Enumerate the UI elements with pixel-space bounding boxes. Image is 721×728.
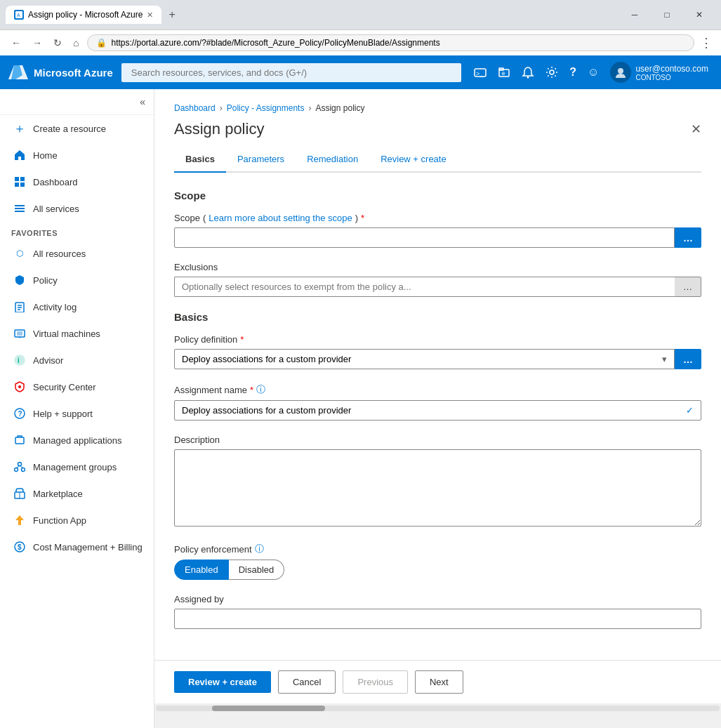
next-button[interactable]: Next [415,670,463,694]
breadcrumb-policy-assignments[interactable]: Policy - Assignments [227,103,305,113]
policy-enforcement-info-icon[interactable]: ⓘ [255,543,264,555]
sidebar-item-home[interactable]: Home [0,142,154,168]
sidebar-item-label: Dashboard [33,177,78,187]
assignment-name-value: Deploy associations for a custom provide… [182,405,351,416]
sidebar-item-policy[interactable]: Policy [0,267,154,293]
svg-point-33 [15,468,18,472]
review-create-button[interactable]: Review + create [174,671,271,693]
breadcrumb-dashboard[interactable]: Dashboard [174,103,216,113]
assignment-name-input[interactable]: Deploy associations for a custom provide… [174,400,701,421]
help-icon: ? [569,66,576,79]
sidebar-item-marketplace[interactable]: Marketplace [0,480,154,507]
exclusions-browse-button[interactable]: … [675,277,701,297]
scrollbar-thumb[interactable] [212,706,325,711]
cloud-shell-button[interactable]: >_ [470,62,491,83]
sidebar-item-virtual-machines[interactable]: Virtual machines [0,320,154,347]
address-bar[interactable]: 🔒 [87,34,694,51]
breadcrumb-current: Assign policy [315,103,364,113]
tab-close-icon[interactable]: ✕ [147,11,153,20]
svg-point-28 [18,385,21,388]
feedback-button[interactable]: ☺ [583,62,603,83]
active-tab[interactable]: A Assign policy - Microsoft Azure ✕ [6,6,161,24]
sidebar-item-label: Advisor [33,355,63,366]
exclusions-group: Exclusions … [174,262,701,297]
svg-point-32 [18,463,22,466]
svg-point-11 [618,68,623,74]
window-controls: ─ □ ✕ [619,4,715,25]
scope-required-marker: * [361,213,364,223]
search-input[interactable] [121,63,462,82]
scope-group: Scope ( Learn more about setting the sco… [174,213,701,248]
forward-button[interactable]: → [29,36,45,50]
svg-line-36 [20,466,23,468]
cost-management-icon: $ [13,541,26,553]
sidebar-item-create-resource[interactable]: ＋ Create a resource [0,115,154,142]
enforcement-enabled-option[interactable]: Enabled [174,560,229,580]
sidebar-item-activity-log[interactable]: Activity log [0,293,154,320]
sidebar-item-all-services[interactable]: All services [0,195,154,222]
sidebar-item-cost-management[interactable]: $ Cost Management + Billing [0,534,154,560]
sidebar-item-advisor[interactable]: i Advisor [0,347,154,373]
horizontal-scrollbar[interactable] [154,703,721,713]
sidebar-item-management-groups[interactable]: Management groups [0,454,154,480]
advisor-icon: i [13,354,26,366]
assignment-name-info-icon[interactable]: ⓘ [256,383,265,396]
policy-definition-browse-button[interactable]: … [675,349,701,369]
scope-learn-more-link[interactable]: Learn more about setting the scope [209,213,352,223]
tab-remediation[interactable]: Remediation [296,147,369,173]
help-button[interactable]: ? [565,62,581,83]
url-input[interactable] [111,38,685,48]
refresh-button[interactable]: ↻ [51,36,65,50]
policy-definition-select[interactable]: Deploy associations for a custom provide… [174,349,675,369]
sidebar-item-label: Activity log [33,302,77,312]
settings-button[interactable] [541,62,562,83]
svg-rect-31 [15,437,24,444]
user-name: user@contoso.com [635,64,708,74]
sidebar-item-all-resources[interactable]: ⬡ All resources [0,240,154,267]
svg-point-9 [527,77,529,79]
back-button[interactable]: ← [8,36,24,50]
policy-enforcement-label: Policy enforcement ⓘ [174,543,701,555]
sidebar-collapse-button[interactable]: « [0,89,154,115]
description-textarea[interactable] [174,449,701,527]
close-panel-button[interactable]: ✕ [691,121,701,137]
new-tab-button[interactable]: + [164,7,179,22]
sidebar-item-label: Create a resource [33,124,106,134]
activity-log-icon [13,300,26,313]
notifications-button[interactable] [517,62,538,83]
tab-parameters[interactable]: Parameters [226,147,296,173]
scope-browse-button[interactable]: … [675,227,701,248]
assignment-name-label: Assignment name * ⓘ [174,383,701,396]
scope-input[interactable] [174,227,675,248]
exclusions-label: Exclusions [174,262,701,272]
sidebar-item-dashboard[interactable]: Dashboard [0,168,154,195]
assigned-by-input[interactable] [174,609,701,629]
tab-basics[interactable]: Basics [174,147,226,173]
svg-text:>_: >_ [476,70,484,77]
directory-button[interactable]: ⊕ [494,62,515,83]
sidebar-item-security-center[interactable]: Security Center [0,373,154,400]
minimize-button[interactable]: ─ [619,4,651,25]
browser-menu-button[interactable]: ⋮ [700,35,713,51]
sidebar-item-function-app[interactable]: Function App [0,507,154,534]
sidebar-item-help-support[interactable]: ? Help + support [0,400,154,427]
sidebar-item-label: Cost Management + Billing [33,542,143,552]
sidebar-item-label: Home [33,150,58,161]
exclusions-container: … [174,277,701,297]
scope-input-group: … [174,227,701,248]
security-center-icon [13,380,26,393]
main-layout: « ＋ Create a resource Home Dashboard [0,89,721,728]
enforcement-disabled-option[interactable]: Disabled [229,560,285,580]
maximize-button[interactable]: □ [651,4,683,25]
tab-review-create[interactable]: Review + create [369,147,458,173]
page-panel: Dashboard › Policy - Assignments › Assig… [154,89,721,173]
function-app-icon [13,514,26,527]
close-window-button[interactable]: ✕ [683,4,715,25]
user-menu[interactable]: user@contoso.com CONTOSO [606,59,713,86]
cancel-button[interactable]: Cancel [278,670,336,694]
sidebar-item-managed-applications[interactable]: Managed applications [0,427,154,454]
dashboard-icon [13,176,26,188]
home-button[interactable]: ⌂ [70,36,81,50]
azure-search[interactable] [121,63,462,82]
exclusions-input[interactable] [174,277,675,297]
